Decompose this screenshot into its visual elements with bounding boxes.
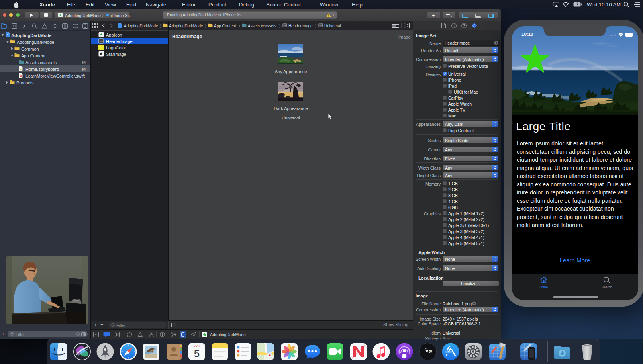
svg-text:tv: tv (429, 349, 432, 354)
svg-text:5: 5 (194, 348, 200, 360)
svg-text:JUN: JUN (194, 344, 200, 347)
